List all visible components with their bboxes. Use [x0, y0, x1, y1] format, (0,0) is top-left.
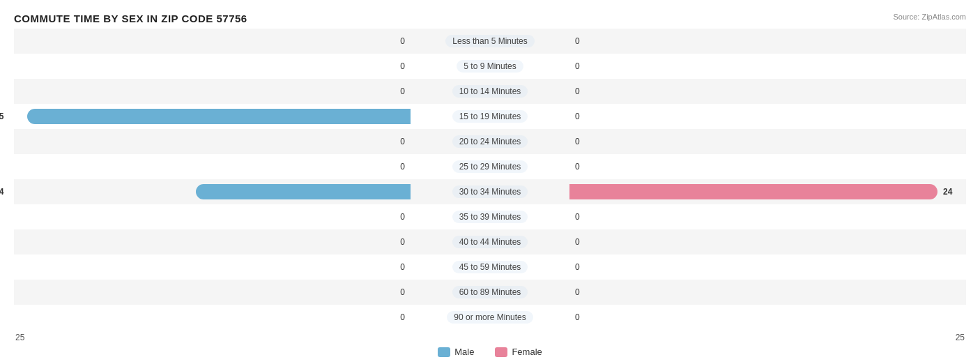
female-zero: 0	[575, 262, 580, 272]
male-zero: 0	[400, 262, 405, 272]
chart-title: COMMUTE TIME BY SEX IN ZIP CODE 57756	[14, 13, 966, 24]
table-row: 040 to 44 Minutes0	[14, 229, 966, 255]
row-label: 45 to 59 Minutes	[413, 261, 567, 273]
source-label: Source: ZipAtlas.com	[893, 13, 966, 21]
female-label: Female	[512, 347, 542, 357]
table-row: 035 to 39 Minutes0	[14, 204, 966, 229]
table-row: 060 to 89 Minutes0	[14, 280, 966, 305]
axis-right: 25	[567, 333, 966, 342]
female-zero: 0	[575, 162, 580, 172]
male-bar	[196, 184, 411, 199]
male-value: 14	[0, 187, 190, 197]
legend: Male Female	[14, 347, 966, 357]
table-row: 020 to 24 Minutes0	[14, 129, 966, 154]
table-row: 05 to 9 Minutes0	[14, 54, 966, 79]
male-zero: 0	[400, 237, 405, 247]
legend-male: Male	[438, 347, 474, 357]
female-zero: 0	[575, 61, 580, 71]
male-zero: 0	[400, 212, 405, 222]
row-label: 40 to 44 Minutes	[413, 236, 567, 248]
table-row: 025 to 29 Minutes0	[14, 154, 966, 179]
row-label: 15 to 19 Minutes	[413, 110, 567, 123]
female-zero: 0	[575, 287, 580, 297]
male-label: Male	[454, 347, 474, 357]
male-zero: 0	[400, 86, 405, 96]
row-label: 10 to 14 Minutes	[413, 85, 567, 98]
female-bar	[569, 184, 937, 199]
table-row: 090 or more Minutes0	[14, 305, 966, 330]
axis-left: 25	[14, 333, 413, 342]
table-row: 010 to 14 Minutes0	[14, 79, 966, 104]
male-zero: 0	[400, 162, 405, 172]
male-bar	[27, 109, 411, 124]
female-value: 24	[943, 187, 980, 197]
table-row: 2515 to 19 Minutes0	[14, 104, 966, 129]
female-zero: 0	[575, 86, 580, 96]
male-zero: 0	[400, 287, 405, 297]
male-zero: 0	[400, 61, 405, 71]
table-row: 1430 to 34 Minutes24	[14, 179, 966, 204]
male-zero: 0	[400, 36, 405, 46]
row-label: 60 to 89 Minutes	[413, 286, 567, 298]
table-row: 045 to 59 Minutes0	[14, 255, 966, 280]
male-zero: 0	[400, 312, 405, 322]
row-label: 35 to 39 Minutes	[413, 211, 567, 223]
male-zero: 0	[400, 137, 405, 146]
female-zero: 0	[575, 312, 580, 322]
row-label: 5 to 9 Minutes	[413, 60, 567, 73]
bar-chart: 0Less than 5 Minutes005 to 9 Minutes0010…	[14, 29, 966, 330]
row-label: 25 to 29 Minutes	[413, 160, 567, 173]
axis-row: 25 25	[14, 333, 966, 342]
chart-container: COMMUTE TIME BY SEX IN ZIP CODE 57756 So…	[0, 0, 980, 364]
male-color-swatch	[438, 347, 450, 357]
row-label: Less than 5 Minutes	[413, 35, 567, 47]
female-color-swatch	[495, 347, 507, 357]
row-label: 30 to 34 Minutes	[413, 185, 567, 198]
female-zero: 0	[575, 36, 580, 46]
row-label: 20 to 24 Minutes	[413, 135, 567, 148]
female-zero: 0	[575, 237, 580, 247]
row-label: 90 or more Minutes	[413, 311, 567, 324]
female-zero: 0	[575, 137, 580, 146]
table-row: 0Less than 5 Minutes0	[14, 29, 966, 54]
female-zero: 0	[575, 212, 580, 222]
female-zero: 0	[575, 112, 580, 121]
male-value: 25	[0, 112, 22, 121]
legend-female: Female	[495, 347, 542, 357]
